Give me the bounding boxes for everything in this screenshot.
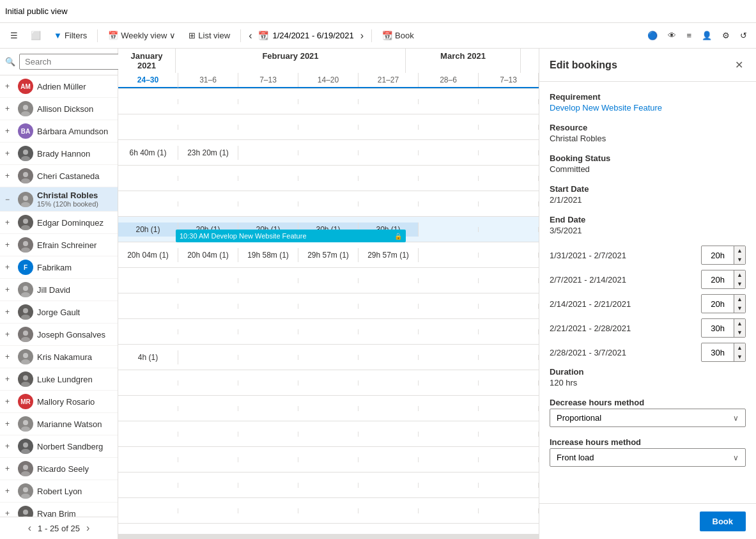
duration-value: 120 hrs (550, 378, 746, 387)
avatar: MR (18, 394, 33, 409)
resource-item[interactable]: +Jorge Gault (0, 301, 118, 324)
resource-item[interactable]: +Brady Hannon (0, 143, 118, 165)
book-button[interactable]: Book (700, 512, 746, 531)
book-toolbar-button[interactable]: 📆 Book (377, 28, 419, 43)
expand-icon: + (5, 82, 14, 91)
calendar-row (118, 191, 539, 217)
eye-button[interactable]: 👁 (664, 28, 680, 43)
refresh-button[interactable]: ↺ (736, 28, 751, 43)
calendar-row (118, 370, 539, 396)
cal-cell (178, 176, 238, 181)
resource-item[interactable]: +AMAdrien Müller (0, 75, 118, 98)
cal-cell (359, 406, 419, 411)
weekly-view-button[interactable]: 📅 Weekly view ∨ (103, 28, 181, 43)
resource-name: Cheri Castaneda (37, 171, 112, 181)
cal-cell (298, 278, 359, 283)
cal-cell (298, 380, 359, 386)
resource-item[interactable]: +Ricardo Seely (0, 458, 118, 480)
decrement-button[interactable]: ▼ (734, 279, 745, 288)
svg-point-19 (21, 359, 30, 364)
hours-spinner[interactable]: 20h▲▼ (701, 294, 746, 313)
resource-item[interactable]: +BABárbara Amundson (0, 120, 118, 143)
increment-button[interactable]: ▲ (734, 295, 745, 304)
decrement-button[interactable]: ▼ (734, 328, 745, 337)
list-view-button[interactable]: ⊞ List view (183, 28, 235, 43)
cal-cell (359, 150, 419, 155)
resource-name: Jorge Gault (37, 308, 112, 317)
calendar-icon: 📆 (258, 31, 268, 40)
horizontal-scrollbar[interactable] (118, 534, 539, 539)
booking-bar[interactable]: 10:30 AM Develop New Website Feature🔒 (176, 230, 406, 242)
search-box: 🔍 ↕ (0, 49, 118, 75)
person-button[interactable]: 👤 (698, 28, 716, 43)
cal-cell (359, 432, 419, 437)
resource-item[interactable]: +Luke Lundgren (0, 368, 118, 391)
hours-spinner[interactable]: 30h▲▼ (701, 343, 746, 362)
cal-cell (298, 508, 359, 513)
resource-name: Brady Hannon (37, 149, 112, 159)
next-page-button[interactable]: › (85, 521, 91, 535)
expand-panel-button[interactable]: ☰ (5, 28, 23, 43)
next-date-button[interactable]: › (358, 27, 366, 44)
resource-item[interactable]: +MRMallory Rosario (0, 391, 118, 413)
hours-spinner[interactable]: 30h▲▼ (701, 318, 746, 338)
settings-icon-button[interactable]: 🔵 (644, 28, 661, 43)
prev-page-button[interactable]: ‹ (27, 521, 33, 535)
increment-button[interactable]: ▲ (734, 270, 745, 279)
resource-item[interactable]: +FFabrikam (0, 256, 118, 279)
resource-item[interactable]: +Edgar Dominquez (0, 212, 118, 234)
prev-date-button[interactable]: ‹ (246, 27, 254, 44)
group-button[interactable]: ≡ (683, 28, 695, 43)
hours-spinner[interactable]: 20h▲▼ (701, 270, 746, 289)
increment-button[interactable]: ▲ (734, 246, 745, 255)
resource-item[interactable]: +Robert Lyon (0, 480, 118, 503)
resource-item[interactable]: +Efrain Schreiner (0, 234, 118, 256)
decrease-method-select[interactable]: Proportional ∨ (550, 409, 746, 427)
resource-name: Adrien Müller (37, 82, 112, 91)
cal-cell (298, 125, 359, 130)
resource-item[interactable]: +Kris Nakamura (0, 346, 118, 368)
calendar-row: 6h 40m (1)23h 20m (1) (118, 140, 539, 166)
calendar-row (118, 114, 539, 140)
cal-cell (419, 201, 479, 207)
filters-button[interactable]: ▼ Filters (49, 28, 92, 43)
svg-point-11 (21, 247, 30, 253)
requirement-value[interactable]: Develop New Website Feature (550, 103, 746, 113)
svg-point-26 (23, 465, 28, 470)
calendar-row (118, 89, 539, 114)
cal-cell (238, 201, 298, 207)
decrement-button[interactable]: ▼ (734, 304, 745, 313)
hours-value: 30h (702, 321, 734, 336)
cal-cell (359, 508, 419, 513)
svg-point-24 (23, 442, 28, 448)
resource-item[interactable]: +Allison Dickson (0, 98, 118, 120)
resource-item[interactable]: +Ryan Brim (0, 503, 118, 517)
resource-item[interactable]: +Jill David (0, 279, 118, 301)
avatar (18, 371, 33, 387)
increase-method-select[interactable]: Front load ∨ (550, 448, 746, 467)
hours-spinner[interactable]: 20h▲▼ (701, 246, 746, 265)
collapse-panel-button[interactable]: ⬜ (26, 28, 46, 43)
gear-button[interactable]: ⚙ (718, 28, 734, 43)
resource-item[interactable]: +Joseph Gonsalves (0, 324, 118, 346)
cal-cell (479, 99, 539, 104)
decrement-button[interactable]: ▼ (734, 255, 745, 264)
increment-button[interactable]: ▲ (734, 343, 745, 352)
resource-item[interactable]: +Marianne Watson (0, 413, 118, 435)
cal-cell (238, 278, 298, 283)
increment-button[interactable]: ▲ (734, 319, 745, 328)
book-toolbar-icon: 📆 (382, 31, 392, 40)
expand-icon: + (5, 330, 14, 339)
decrement-button[interactable]: ▼ (734, 352, 745, 361)
svg-point-3 (21, 156, 30, 161)
pagination: ‹ 1 - 25 of 25 › (0, 517, 118, 539)
resource-item[interactable]: −Christal Robles15% (120h booked) (0, 187, 118, 212)
decrease-method-field: Decrease hours method Proportional ∨ (550, 398, 746, 427)
close-button[interactable]: ✕ (732, 56, 746, 74)
main-content: 🔍 ↕ +AMAdrien Müller+Allison Dickson+BAB… (0, 49, 756, 539)
resource-item[interactable]: +Cheri Castaneda (0, 165, 118, 187)
resource-field: Resource Christal Robles (550, 123, 746, 143)
cal-cell (298, 99, 359, 104)
resource-item[interactable]: +Norbert Sandberg (0, 435, 118, 458)
resource-name: Marianne Watson (37, 419, 112, 429)
